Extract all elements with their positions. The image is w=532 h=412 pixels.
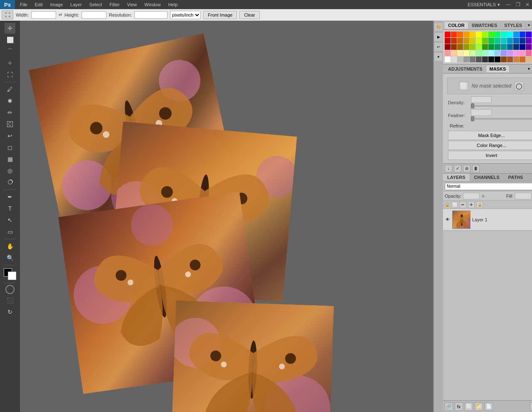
swatch-cell[interactable] [463,32,469,37]
swatch-cell[interactable] [463,50,469,56]
screen-mode-btn[interactable]: ⬛ [5,295,15,306]
swatch-cell[interactable] [507,50,513,56]
minimize-icon[interactable]: — [503,2,513,7]
color-range-button[interactable]: Color Range... [448,141,532,150]
swatch-cell[interactable] [476,38,482,44]
tab-color[interactable]: COLOR [445,22,468,29]
dodge-tool[interactable]: 🔿 [5,177,15,188]
load-mask-btn[interactable]: ↓ [445,165,452,172]
swatch-red[interactable] [445,32,451,37]
link-layers-btn[interactable]: 🔗 [445,402,453,411]
swatch-cell[interactable] [526,56,532,62]
path-select-tool[interactable]: ↖ [5,215,15,226]
swatch-cell[interactable] [445,50,451,56]
lock-all-btn[interactable]: 🔒 [476,201,483,208]
mask-edge-button[interactable]: Mask Edge... [448,131,532,140]
apply-mask-btn[interactable]: ✓ [454,165,461,172]
swatch-cell[interactable] [482,32,488,37]
menu-file[interactable]: File [17,1,31,8]
essentials-dropdown[interactable]: ESSENTIALS ▾ [464,2,503,7]
eyedropper-tool[interactable]: 🖊 [5,84,15,95]
swatch-cell[interactable] [451,56,457,62]
swatch-cell[interactable] [501,32,507,37]
swatch-yellow[interactable] [476,32,482,37]
density-value[interactable] [471,96,492,103]
swatch-cell[interactable] [482,50,488,56]
swatch-cell[interactable] [457,38,463,44]
swatch-cell[interactable] [451,50,457,56]
swatch-cell[interactable] [482,38,488,44]
crop-tool[interactable]: ⛶ [5,69,15,80]
lock-image-btn[interactable]: ✏ [460,201,466,208]
menu-help[interactable]: Help [165,1,181,8]
feather-value[interactable] [471,109,492,116]
swatch-cell[interactable] [488,56,494,62]
menu-view[interactable]: View [124,1,140,8]
delete-layer-btn[interactable]: 🗑 [530,402,532,411]
swatch-cell[interactable] [476,50,482,56]
layer-effects-btn[interactable]: fx [455,402,463,411]
swatch-cell[interactable] [457,32,463,37]
swatch-cell[interactable] [526,50,532,56]
spot-heal-tool[interactable]: ✱ [5,96,15,106]
swatch-cell[interactable] [526,38,532,44]
tab-layers[interactable]: LAYERS [443,174,470,181]
swatch-cell[interactable] [488,50,494,56]
swatch-cell[interactable] [488,44,494,50]
new-group-btn[interactable]: 📁 [475,402,483,411]
swatch-cell[interactable] [520,50,525,56]
gradient-tool[interactable]: ▦ [5,154,15,164]
lock-position-btn[interactable]: ✛ [468,201,475,208]
swatch-brown[interactable] [501,56,507,62]
close-icon[interactable]: ✕ [523,2,532,7]
tab-masks[interactable]: MASKS [486,66,510,72]
marquee-rect-tool[interactable]: ⬜ [5,34,15,45]
brush-tool[interactable]: ✏ [5,107,15,118]
swatch-cell[interactable] [488,32,494,37]
swatch-cell[interactable] [507,56,513,62]
blur-tool[interactable]: ◎ [5,165,15,176]
swatch-cell[interactable] [526,44,532,50]
front-image-button[interactable]: Front Image [203,11,237,19]
height-input[interactable] [81,11,106,19]
swatch-cell[interactable] [501,38,507,44]
swatch-cell[interactable] [482,56,488,62]
adj-panel-collapse-icon[interactable]: ▾ [526,66,532,72]
swatch-cell[interactable] [513,44,519,50]
menu-select[interactable]: Select [86,1,106,8]
resolution-unit-select[interactable]: pixels/inch pixels/cm [170,11,201,19]
swatch-cell[interactable] [457,44,463,50]
layer-item-1[interactable]: 👁 [443,209,532,231]
pen-tool[interactable]: ✒ [5,191,15,202]
invert-button[interactable]: Invert [448,151,532,160]
color-picker-strip-icon[interactable]: 🎨 [434,22,443,32]
menu-image[interactable]: Image [47,1,66,8]
lasso-tool[interactable]: ⌒ [5,46,15,57]
swatch-cell[interactable] [451,32,457,37]
swatch-cell[interactable] [513,38,519,44]
restore-icon[interactable]: ❐ [513,2,523,7]
swatch-cell[interactable] [495,38,500,44]
lock-transparent-btn[interactable]: ⬜ [451,201,458,208]
menu-edit[interactable]: Edit [32,1,46,8]
swatch-cell[interactable] [520,32,525,37]
swatch-cell[interactable] [457,56,463,62]
swatch-cell[interactable] [445,44,451,50]
quick-select-tool[interactable]: ✧ [5,58,15,69]
color-swatch[interactable] [4,268,16,280]
shape-tool[interactable]: ▭ [5,226,15,237]
add-pixel-mask-icon[interactable]: ⬜ [459,81,468,91]
zoom-tool[interactable]: 🔍 [5,253,15,263]
swatch-cell[interactable] [470,44,475,50]
eraser-tool[interactable]: ◻ [5,142,15,153]
swatch-cell[interactable] [495,50,500,56]
swatch-cell[interactable] [451,38,457,44]
add-vector-mask-icon[interactable]: ◯ [515,81,524,91]
swatch-cell[interactable] [513,50,519,56]
expand-strip-icon[interactable]: ▶ [434,32,443,42]
swatch-cell[interactable] [470,50,475,56]
menu-window[interactable]: Window [141,1,164,8]
swatch-cell[interactable] [495,44,500,50]
layer-1-eye-icon[interactable]: 👁 [445,217,451,223]
swatch-cell[interactable] [457,50,463,56]
